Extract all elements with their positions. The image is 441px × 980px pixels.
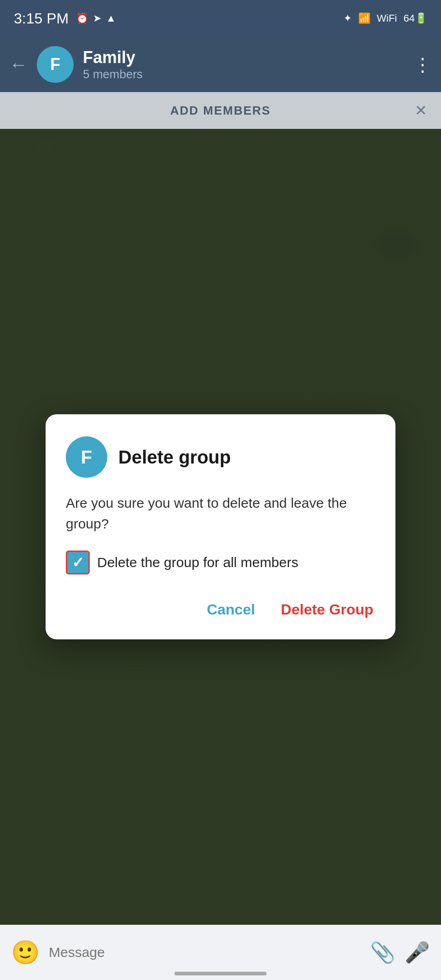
delete-group-button[interactable]: Delete Group [279, 597, 375, 623]
home-indicator [174, 972, 267, 975]
alarm-icon: ⏰ [76, 12, 88, 24]
dialog-header: F Delete group [66, 436, 375, 478]
shield-icon: ▲ [106, 12, 116, 24]
back-button[interactable]: ← [9, 54, 28, 75]
battery-level: 64 [404, 12, 415, 24]
status-time: 3:15 PM [14, 10, 69, 27]
location-icon: ➤ [93, 12, 101, 24]
add-members-close-button[interactable]: ✕ [415, 102, 427, 119]
attach-button[interactable]: 📎 [370, 940, 395, 964]
message-input[interactable] [49, 945, 361, 960]
mic-button[interactable]: 🎤 [405, 940, 430, 964]
dialog-actions: Cancel Delete Group [66, 597, 375, 623]
add-members-bar: ADD MEMBERS ✕ [0, 92, 441, 129]
dialog-avatar: F [66, 436, 107, 478]
group-info: Family 5 members [83, 47, 413, 81]
status-bar: 3:15 PM ⏰ ➤ ▲ ✦ 📶 WiFi 64🔋 [0, 0, 441, 37]
more-button[interactable]: ⋮ [413, 54, 432, 75]
checkbox-row: ✓ Delete the group for all members [66, 551, 375, 574]
status-left: 3:15 PM ⏰ ➤ ▲ [14, 10, 116, 27]
status-left-icons: ⏰ ➤ ▲ [76, 12, 116, 24]
header-bar: ← F Family 5 members ⋮ [0, 37, 441, 92]
checkbox-label: Delete the group for all members [97, 555, 298, 570]
group-members: 5 members [83, 67, 413, 81]
bluetooth-icon: ✦ [343, 12, 352, 24]
dialog-title: Delete group [118, 447, 231, 468]
group-avatar: F [37, 46, 74, 83]
add-members-label: ADD MEMBERS [170, 104, 271, 118]
dialog-body: Are you sure you want to delete and leav… [66, 493, 375, 534]
checkmark-icon: ✓ [72, 554, 84, 571]
battery-icon: 64🔋 [404, 12, 427, 24]
cancel-button[interactable]: Cancel [205, 597, 257, 623]
delete-all-checkbox[interactable]: ✓ [66, 551, 90, 574]
delete-group-dialog: F Delete group Are you sure you want to … [46, 414, 395, 639]
signal-icon: 📶 [358, 12, 371, 24]
status-right: ✦ 📶 WiFi 64🔋 [343, 12, 427, 24]
dialog-overlay: F Delete group Are you sure you want to … [0, 129, 441, 925]
group-name: Family [83, 47, 413, 67]
wifi-icon: WiFi [377, 12, 397, 24]
emoji-button[interactable]: 🙂 [11, 939, 40, 966]
